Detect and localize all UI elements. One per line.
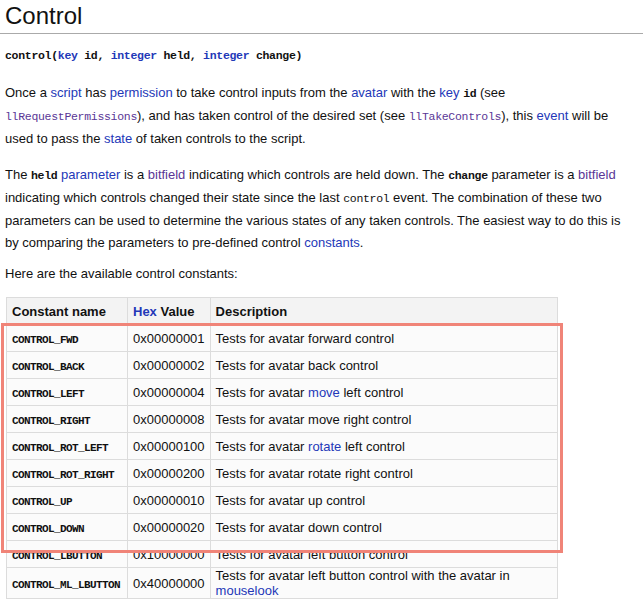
link-key[interactable]: key [439,85,459,100]
text-run: Description [216,304,288,319]
cell-description: Tests for avatar rotate right control [210,460,557,487]
table-row-control_rot_left: CONTROL_ROT_LEFT0x00000100Tests for avat… [7,433,558,460]
text-run: Tests for avatar rotate right control [216,466,413,481]
constant-name: CONTROL_FWD [12,334,78,346]
text-run: ), this [501,108,536,123]
text-run: Tests for avatar [216,439,308,454]
constants-table-wrap: Constant name Hex Value Description CONT… [6,297,558,599]
link-rotate[interactable]: rotate [308,439,341,454]
table-row-control_right: CONTROL_RIGHT0x00000008Tests for avatar … [7,406,558,433]
table-row-control_up: CONTROL_UP0x00000010Tests for avatar up … [7,487,558,514]
cell-constant-name: CONTROL_ROT_LEFT [7,433,128,460]
cell-constant-name: CONTROL_RIGHT [7,406,128,433]
cell-description: Tests for avatar left button control wit… [210,568,557,599]
cell-hex-value: 0x40000000 [128,568,211,599]
text-run: to take control inputs from the [173,85,351,100]
text-run: id, [78,49,111,62]
constant-name: CONTROL_UP [12,496,72,508]
cell-description: Tests for avatar down control [210,514,557,541]
cell-hex-value: 0x00000010 [128,487,211,514]
table-row-control_lbutton: CONTROL_LBUTTON0x10000000Tests for avata… [7,541,558,568]
constant-name: CONTROL_LEFT [12,388,84,400]
table-row-control_rot_right: CONTROL_ROT_RIGHT0x00000200Tests for ava… [7,460,558,487]
cell-constant-name: CONTROL_ML_LBUTTON [7,568,128,599]
cell-hex-value: 0x00000020 [128,514,211,541]
text-run: Tests for avatar left button control [216,547,408,562]
text-run: Here are the available control constants… [5,266,238,281]
cell-constant-name: CONTROL_LBUTTON [7,541,128,568]
cell-constant-name: CONTROL_FWD [7,325,128,352]
text-run: Tests for avatar down control [216,520,382,535]
table-row-control_left: CONTROL_LEFT0x00000004Tests for avatar m… [7,379,558,406]
cell-constant-name: CONTROL_ROT_RIGHT [7,460,128,487]
table-row-control_fwd: CONTROL_FWD0x00000001Tests for avatar fo… [7,325,558,352]
constant-name: CONTROL_DOWN [12,523,84,535]
link-permission[interactable]: permission [110,85,173,100]
text-run: indicating which controls are held down.… [185,167,448,182]
text-run: . [360,235,364,250]
text-run: change) [249,49,302,62]
text-run: has [82,85,110,100]
text-run: (see [476,85,505,100]
header-description: Description [210,298,557,325]
link-parameter[interactable]: parameter [61,167,120,182]
text-run: Tests for avatar back control [216,358,379,373]
cell-description: Tests for avatar back control [210,352,557,379]
parameters-paragraph: The held parameter is a bitfield indicat… [5,164,637,254]
text-run: parameter is a [488,167,578,182]
text-run: Tests for avatar left button control wit… [216,568,510,583]
text-run: indicating which controls changed their … [5,190,343,205]
header-constant-name: Constant name [7,298,128,325]
text-run: left control [340,385,404,400]
cell-description: Tests for avatar forward control [210,325,557,352]
page-title: Control [0,0,643,34]
cell-hex-value: 0x00000001 [128,325,211,352]
text-run: left control [341,439,405,454]
cell-description: Tests for avatar left button control [210,541,557,568]
link-bitfield[interactable]: bitfield [578,167,616,182]
cell-constant-name: CONTROL_LEFT [7,379,128,406]
table-row-control_ml_lbutton: CONTROL_ML_LBUTTON0x40000000Tests for av… [7,568,558,599]
text-run: of taken controls to the script. [132,131,305,146]
link-key[interactable]: key [58,49,78,62]
table-row-control_down: CONTROL_DOWN0x00000020Tests for avatar d… [7,514,558,541]
text-run: change [448,169,488,182]
cell-constant-name: CONTROL_BACK [7,352,128,379]
text-run: Tests for avatar forward control [216,331,394,346]
table-row-control_back: CONTROL_BACK0x00000002Tests for avatar b… [7,352,558,379]
table-header-row: Constant name Hex Value Description [7,298,558,325]
cell-description: Tests for avatar move left control [210,379,557,406]
cell-hex-value: 0x00000008 [128,406,211,433]
text-run: Once a [5,85,51,100]
link-mouselook[interactable]: mouselook [216,583,279,598]
link-llrequestpermissions[interactable]: llRequestPermissions [5,110,137,123]
cell-description: Tests for avatar rotate left control [210,433,557,460]
cell-hex-value: 0x00000004 [128,379,211,406]
link-bitfield[interactable]: bitfield [148,167,186,182]
constant-name: CONTROL_LBUTTON [12,550,102,562]
text-run: Tests for avatar move right control [216,412,412,427]
text-run: is a [120,167,147,182]
link-constants[interactable]: constants [304,235,360,250]
link-hex[interactable]: Hex [133,304,157,319]
constants-table: Constant name Hex Value Description CONT… [6,297,558,599]
constant-name: CONTROL_ML_LBUTTON [12,579,120,591]
constants-intro-paragraph: Here are the available control constants… [5,263,637,285]
link-integer[interactable]: integer [111,49,157,62]
cell-hex-value: 0x10000000 [128,541,211,568]
intro-paragraph: Once a script has permission to take con… [5,82,637,150]
cell-description: Tests for avatar up control [210,487,557,514]
text-run: The [5,167,31,182]
link-script[interactable]: script [51,85,82,100]
function-signature: control(key id, integer held, integer ch… [5,49,643,62]
link-avatar[interactable]: avatar [351,85,387,100]
text-run: with the [387,85,439,100]
link-lltakecontrols[interactable]: llTakeControls [409,110,501,123]
cell-constant-name: CONTROL_DOWN [7,514,128,541]
link-move[interactable]: move [308,385,340,400]
text-run: ), and has taken control of the desired … [137,108,409,123]
link-integer[interactable]: integer [203,49,249,62]
link-state[interactable]: state [104,131,132,146]
constant-name: CONTROL_BACK [12,361,84,373]
link-event[interactable]: event [537,108,569,123]
